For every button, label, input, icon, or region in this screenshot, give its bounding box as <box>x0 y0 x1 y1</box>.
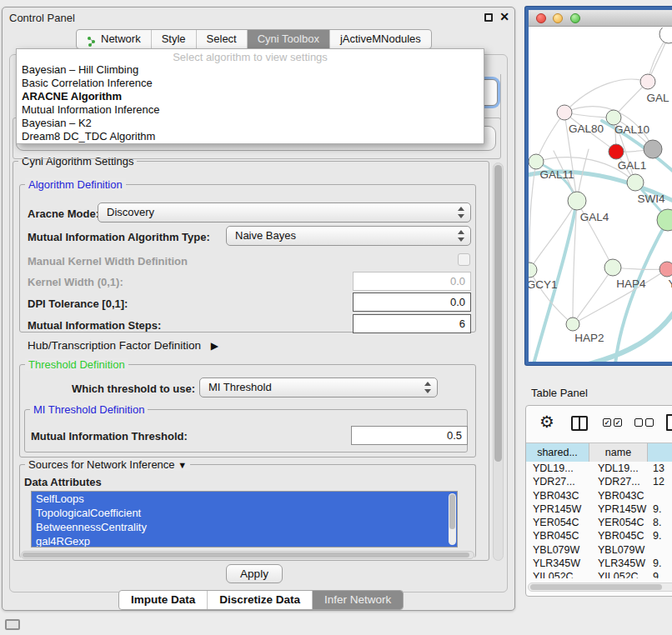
chevron-down-icon[interactable]: ▼ <box>178 460 187 470</box>
gear-icon[interactable]: ⚙ <box>539 412 554 432</box>
table-body: YDL19... YDL19... 13 YDR27... YDR27... 1… <box>526 462 672 578</box>
hub-definition-label: Hub/Transcription Factor Definition <box>28 339 201 352</box>
kernel-width-input[interactable]: 0.0 <box>353 272 471 291</box>
columns-icon[interactable] <box>571 416 588 431</box>
dpi-tolerance-input[interactable]: 0.0 <box>353 292 471 312</box>
network-node[interactable] <box>627 174 644 191</box>
combo-spinner-icon <box>424 382 431 393</box>
tab-select[interactable]: Select <box>196 30 247 48</box>
hide-columns-icon[interactable] <box>634 418 654 427</box>
dropdown-item[interactable]: Dream8 DC_TDC Algorithm <box>17 130 484 143</box>
checked-box-icon: ✓ <box>603 418 611 427</box>
network-edge[interactable] <box>536 112 564 162</box>
table-row[interactable]: YDL19... YDL19... 13 <box>526 462 672 475</box>
network-edge[interactable] <box>573 268 613 324</box>
zoom-traffic-light[interactable] <box>570 13 580 23</box>
manual-kernel-checkbox[interactable] <box>458 253 470 266</box>
tab-discretize-data[interactable]: Discretize Data <box>207 591 312 609</box>
tab-network-label: Network <box>101 30 141 48</box>
network-svg[interactable]: GALGAL80GAL10GAL1GAL11SWI4GAL4GCY1HAP4YH… <box>529 28 672 362</box>
network-node[interactable] <box>609 144 624 159</box>
hub-definition-toggle[interactable]: Hub/Transcription Factor Definition ▶ <box>28 339 218 352</box>
tab-style[interactable]: Style <box>151 30 196 48</box>
list-vertical-scrollbar[interactable] <box>449 493 456 545</box>
scrollbar-thumb[interactable] <box>23 552 469 558</box>
attribute-item-selected[interactable]: BetweennessCentrality <box>32 520 457 534</box>
network-node[interactable] <box>529 262 537 278</box>
float-window-icon[interactable] <box>484 13 493 22</box>
network-node[interactable] <box>657 209 672 231</box>
attribute-item-selected[interactable]: SelfLoops <box>32 492 457 506</box>
control-panel-tabbar: Network Style Select Cyni Toolbox jActiv… <box>76 29 432 49</box>
tab-infer-network[interactable]: Infer Network <box>312 591 403 609</box>
cell-name: YPR145W <box>598 502 648 516</box>
network-window-titlebar[interactable] <box>529 10 672 27</box>
aracne-mode-combo[interactable]: Discovery <box>98 202 471 222</box>
tab-cyni-toolbox[interactable]: Cyni Toolbox <box>247 30 329 48</box>
close-traffic-light[interactable] <box>536 13 546 23</box>
column-header-shared-name[interactable]: shared... <box>526 443 589 462</box>
mi-threshold-input[interactable]: 0.5 <box>351 426 468 445</box>
dropdown-item[interactable]: Bayesian – Hill Climbing <box>17 63 484 77</box>
network-node[interactable] <box>557 105 572 120</box>
network-edge[interactable] <box>529 162 536 270</box>
tab-style-label: Style <box>162 30 186 48</box>
attribute-item-selected[interactable]: TopologicalCoefficient <box>32 506 457 520</box>
network-node[interactable] <box>659 28 672 43</box>
network-node[interactable] <box>568 192 586 210</box>
column-header-name[interactable]: name <box>589 443 648 462</box>
cell-shared-name: YIL052C <box>533 570 586 578</box>
scrollbar-thumb[interactable] <box>530 584 662 590</box>
mi-type-combo[interactable]: Naive Bayes <box>226 226 471 246</box>
settings-horizontal-scrollbar[interactable] <box>21 551 474 559</box>
network-node[interactable] <box>644 140 662 158</box>
cell-shared-name: YBR043C <box>533 489 586 502</box>
table-horizontal-scrollbar[interactable] <box>528 582 672 592</box>
network-node[interactable] <box>640 74 655 89</box>
column-header-partial[interactable] <box>648 443 672 462</box>
dropdown-item[interactable]: ARACNE Algorithm <box>17 90 484 103</box>
settings-vertical-scrollbar[interactable] <box>493 162 504 561</box>
apply-button[interactable]: Apply <box>226 564 283 583</box>
new-table-icon[interactable] <box>666 414 672 431</box>
which-threshold-combo[interactable]: MI Threshold <box>199 378 438 398</box>
algorithm-definition-title: Algorithm Definition <box>25 178 126 191</box>
tab-impute-data[interactable]: Impute Data <box>119 591 207 609</box>
minimize-traffic-light[interactable] <box>553 13 563 23</box>
chevron-right-icon: ▶ <box>211 340 218 352</box>
aracne-mode-label: Aracne Mode: <box>28 208 99 220</box>
dropdown-item[interactable]: Basic Correlation Inference <box>17 77 484 90</box>
table-row[interactable]: YPR145W YPR145W 9. <box>526 502 672 516</box>
show-columns-icon[interactable]: ✓ ✓ <box>603 418 622 427</box>
control-panel-window: Control Panel ✕ Network Style Select <box>2 7 515 611</box>
table-row[interactable]: YLR345W YLR345W 9. <box>526 557 672 570</box>
cell-name: YBL079W <box>598 543 648 557</box>
close-icon[interactable]: ✕ <box>499 10 509 23</box>
minimized-panel-icon[interactable] <box>5 619 20 630</box>
cell-shared-name: YBL079W <box>533 543 586 557</box>
network-node[interactable] <box>604 259 621 276</box>
table-row[interactable]: YBR045C YBR045C 9. <box>526 529 672 542</box>
tab-jactivemnodules[interactable]: jActiveMNodules <box>329 30 431 48</box>
table-row[interactable]: YIL052C YIL052C 9 <box>526 570 672 578</box>
network-node[interactable] <box>659 262 672 277</box>
table-row[interactable]: YER054C YER054C 8. <box>526 516 672 529</box>
attribute-item-selected[interactable]: gal4RGexp <box>32 534 457 548</box>
scrollbar-thumb[interactable] <box>494 165 502 462</box>
table-row[interactable]: YBR043C YBR043C <box>526 489 672 502</box>
node-label: SWI4 <box>637 192 664 205</box>
table-header-row: shared... name <box>526 442 672 461</box>
scrollbar-thumb[interactable] <box>449 494 455 529</box>
mi-steps-input[interactable]: 6 <box>353 314 471 333</box>
cell-value: 9 <box>653 570 672 578</box>
network-node[interactable] <box>529 154 544 169</box>
network-node[interactable] <box>566 318 579 331</box>
table-row[interactable]: YBL079W YBL079W <box>526 543 672 557</box>
dropdown-item[interactable]: Mutual Information Inference <box>17 103 484 117</box>
table-row[interactable]: YDR27... YDR27... 12 <box>526 475 672 488</box>
node-label: GAL1 <box>618 159 647 172</box>
tab-jactivemnodules-label: jActiveMNodules <box>340 30 421 48</box>
dropdown-item[interactable]: Bayesian – K2 <box>17 117 484 130</box>
cell-name: YBR043C <box>598 489 648 502</box>
tab-network[interactable]: Network <box>77 30 151 48</box>
